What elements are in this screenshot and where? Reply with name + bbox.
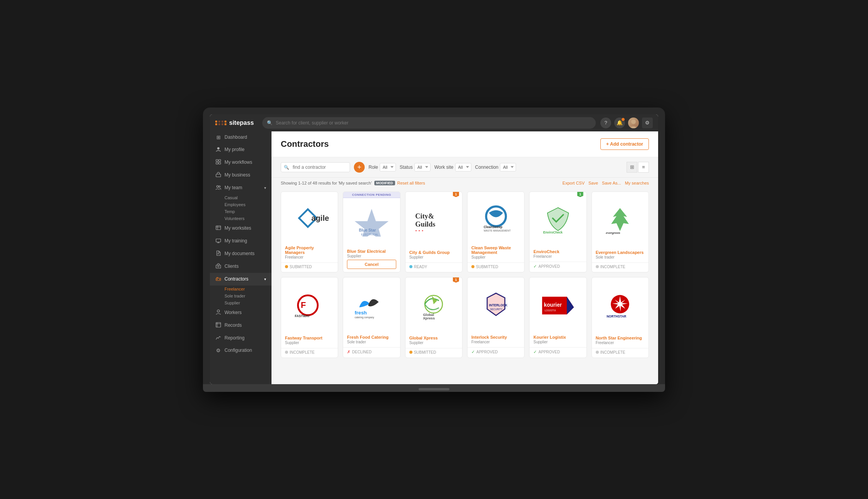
contractor-name[interactable]: Evergreen Landscapers <box>596 250 645 255</box>
sidebar-item-my-documents[interactable]: My documents <box>210 247 271 260</box>
contractor-type: Supplier <box>409 255 458 259</box>
add-filter-button[interactable]: + <box>354 162 365 173</box>
sidebar-item-label: Clients <box>225 264 239 269</box>
content-header: Contractors + Add contractor <box>271 131 658 157</box>
sidebar-item-sole-trader[interactable]: Sole trader <box>210 292 271 299</box>
configuration-icon: ⚙ <box>215 348 221 353</box>
svg-rect-18 <box>218 266 219 267</box>
sidebar-item-clients[interactable]: Clients <box>210 260 271 273</box>
global-search-bar[interactable]: 🔍 Search for client, supplier or worker <box>262 117 596 129</box>
sidebar-item-reporting[interactable]: Reporting <box>210 332 271 344</box>
sidebar-item-label: Dashboard <box>225 134 247 140</box>
avatar[interactable] <box>628 118 639 128</box>
notification-flag: 1 <box>453 192 459 197</box>
topbar: sitepass 🔍 Search for client, supplier o… <box>210 114 658 131</box>
sidebar-item-my-profile[interactable]: My profile <box>210 143 271 156</box>
sidebar-item-contractors[interactable]: Contractors ▾ <box>210 273 271 286</box>
svg-point-7 <box>217 185 219 187</box>
add-contractor-button[interactable]: + Add contractor <box>600 138 649 150</box>
status-dot-icon <box>285 351 288 354</box>
card-logo-area: agile <box>281 192 338 242</box>
card-info: Evergreen Landscapers Sole trader <box>592 247 648 261</box>
svg-text:Xpress: Xpress <box>423 316 435 320</box>
sidebar-item-label: Configuration <box>225 348 252 353</box>
filters-bar: 🔍 + Role All Status All <box>271 157 658 178</box>
card-status: SUBMITTED <box>468 262 524 272</box>
save-as-link[interactable]: Save As... <box>602 181 621 185</box>
card-logo-area: Blue Star ELECTRICAL <box>343 192 400 246</box>
status-text: READY <box>414 265 427 269</box>
contractor-search-input[interactable] <box>281 162 350 172</box>
sidebar-item-volunteers[interactable]: Volunteers <box>210 215 271 222</box>
sidebar-item-dashboard[interactable]: ⊞ Dashboard <box>210 131 271 143</box>
contractor-name[interactable]: Blue Star Electrical <box>347 249 396 254</box>
save-link[interactable]: Save <box>588 181 598 185</box>
contractor-name[interactable]: Agile Property Managers <box>285 245 334 255</box>
card-logo-area: NORTHSTAR <box>592 277 648 333</box>
sidebar-item-my-worksites[interactable]: My worksites <box>210 222 271 235</box>
status-filter-select[interactable]: All <box>414 163 431 171</box>
sidebar-item-my-team[interactable]: My team ▾ <box>210 181 271 194</box>
sidebar-item-temp[interactable]: Temp <box>210 208 271 215</box>
sidebar-item-label: My worksites <box>225 225 251 231</box>
contractor-name[interactable]: Kourier Logistix <box>533 335 582 339</box>
card-status: SUBMITTED <box>281 262 338 272</box>
contractors-icon <box>215 276 221 282</box>
notifications-button[interactable]: 🔔 <box>614 118 625 128</box>
workflows-icon <box>215 159 221 166</box>
contractor-name[interactable]: Fastway Transport <box>285 336 334 340</box>
sidebar-item-my-workflows[interactable]: My workflows <box>210 156 271 169</box>
contractor-card-evergreen: evergreen Evergreen Landscapers Sole tra… <box>592 192 649 272</box>
contractor-card-kourier: kourier LOGISTIX Kourier Logistix Suppli… <box>529 277 586 358</box>
role-filter-label: Role <box>369 165 378 170</box>
chevron-down-icon: ▾ <box>264 277 266 281</box>
reset-filters-link[interactable]: Reset all filters <box>397 181 425 185</box>
team-icon <box>215 185 221 191</box>
chevron-down-icon: ▾ <box>264 186 266 190</box>
contractor-name[interactable]: EnviroCheck <box>533 249 582 254</box>
contractor-name[interactable]: North Star Engineering <box>596 336 645 340</box>
sidebar-item-label: My business <box>225 172 250 178</box>
role-filter-select[interactable]: All <box>380 163 396 171</box>
connection-filter-select[interactable]: All <box>500 163 516 171</box>
contractor-type: Freelancer <box>533 254 582 259</box>
main-layout: ⊞ Dashboard My profile My workflows <box>210 131 658 384</box>
export-csv-link[interactable]: Export CSV <box>563 181 585 185</box>
card-status: ✓ APPROVED <box>530 347 586 358</box>
contractor-name[interactable]: Global Xpress <box>409 336 458 340</box>
card-logo-area: kourier LOGISTIX <box>530 277 586 332</box>
sidebar-item-casual[interactable]: Casual <box>210 194 271 201</box>
sidebar-item-records[interactable]: Records <box>210 319 271 332</box>
svg-text:CleanSweep: CleanSweep <box>484 225 503 229</box>
svg-point-20 <box>217 279 218 279</box>
worksite-filter-select[interactable]: All <box>455 163 471 171</box>
contractor-name[interactable]: Interlock Security <box>471 335 520 339</box>
results-bar: Showing 1-12 of 48 results for 'My saved… <box>271 178 658 188</box>
svg-rect-23 <box>216 323 221 327</box>
svg-text:agile: agile <box>311 214 329 222</box>
contractor-name[interactable]: Fresh Food Catering <box>347 335 396 339</box>
page-title: Contractors <box>281 139 329 149</box>
svg-point-22 <box>217 310 220 312</box>
my-searches-link[interactable]: My searches <box>625 181 649 185</box>
sidebar-item-supplier[interactable]: Supplier <box>210 299 271 306</box>
contractors-grid: agile Agile Property Managers Freelancer… <box>271 188 658 367</box>
svg-text:EnviroCheck: EnviroCheck <box>543 231 563 234</box>
sidebar-item-workers[interactable]: Workers <box>210 306 271 319</box>
grid-view-button[interactable]: ⊞ <box>627 162 637 173</box>
cancel-connection-button[interactable]: Cancel <box>347 260 396 269</box>
sidebar-item-configuration[interactable]: ⚙ Configuration <box>210 344 271 356</box>
results-info: Showing 1-12 of 48 results for 'My saved… <box>281 181 425 185</box>
sidebar-item-my-training[interactable]: My training <box>210 235 271 247</box>
sidebar-item-employees[interactable]: Employees <box>210 201 271 208</box>
settings-gear-button[interactable]: ⚙ <box>642 118 653 128</box>
contractor-name[interactable]: City & Guilds Group <box>409 250 458 255</box>
contractor-name[interactable]: Clean Sweep Waste Management <box>471 245 520 255</box>
card-status: INCOMPLETE <box>592 262 648 272</box>
sidebar-item-freelancer[interactable]: Freelancer <box>210 286 271 292</box>
help-button[interactable]: ? <box>600 118 611 128</box>
card-info: Agile Property Managers Freelancer <box>281 242 338 261</box>
laptop-frame: sitepass 🔍 Search for client, supplier o… <box>203 108 665 392</box>
sidebar-item-my-business[interactable]: My business <box>210 169 271 181</box>
list-view-button[interactable]: ≡ <box>638 162 649 173</box>
